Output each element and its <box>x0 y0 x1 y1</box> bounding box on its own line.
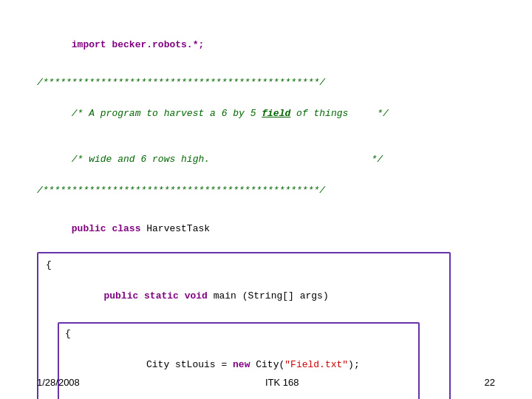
kw-class: class <box>112 223 146 234</box>
footer-title: ITK 168 <box>265 377 299 388</box>
class-decl: public class HarvestTask <box>37 206 495 252</box>
comment-line-3: /* wide and 6 rows high. */ <box>37 137 495 183</box>
import-line: import becker.robots.*; <box>37 22 495 68</box>
keyword-import: import becker.robots.*; <box>72 39 204 50</box>
comment-line-2: /* A program to harvest a 6 by 5 field o… <box>37 91 495 137</box>
slide-container: import becker.robots.*; /***************… <box>0 0 532 399</box>
footer-page: 22 <box>485 377 495 388</box>
footer-date: 1/28/2008 <box>37 377 80 388</box>
open-brace-outer: { <box>46 258 442 273</box>
class-name: HarvestTask <box>146 223 210 234</box>
kw-public: public <box>72 223 112 234</box>
main-sig: public static void main (String[] args) <box>46 273 442 319</box>
comment-line-1: /***************************************… <box>37 75 495 91</box>
open-brace-inner: { <box>65 327 412 342</box>
code-block: import becker.robots.*; /***************… <box>37 22 495 399</box>
comment-line-4: /***************************************… <box>37 183 495 199</box>
footer: 1/28/2008 ITK 168 22 <box>0 377 532 388</box>
harvester-line1: Harvester mark = new <box>65 389 412 399</box>
